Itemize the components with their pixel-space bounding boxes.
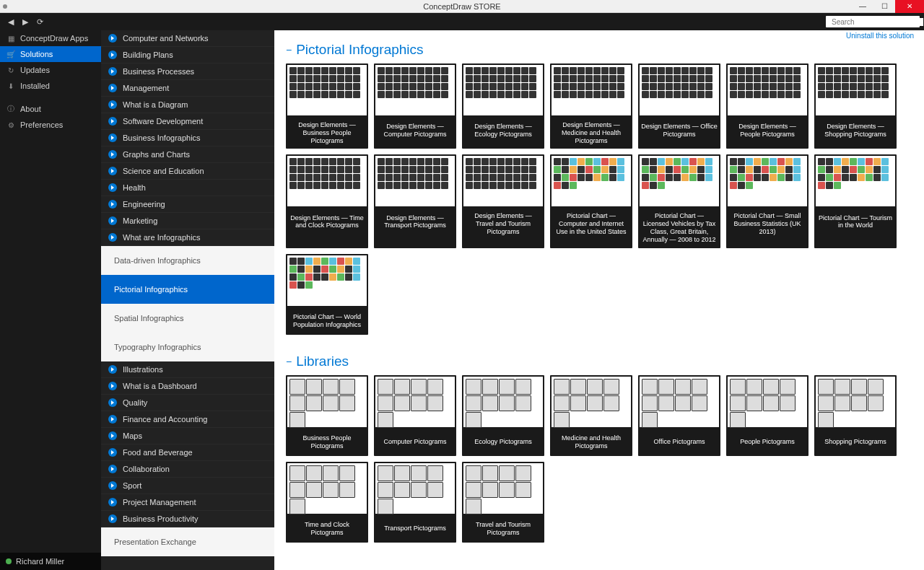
play-icon [108, 514, 117, 523]
subcategory-pictorial-infographics[interactable]: Pictorial Infographics [101, 275, 274, 304]
app-menu-icon[interactable] [3, 4, 7, 9]
section-header-libraries[interactable]: − Libraries [286, 354, 924, 369]
card-label: Business People Pictograms [286, 429, 368, 456]
template-card[interactable]: Pictorial Chart — Licensed Vehicles by T… [638, 154, 720, 247]
subcategory-data-driven-infographics[interactable]: Data-driven Infographics [101, 246, 274, 275]
category-quality[interactable]: Quality [101, 395, 274, 411]
template-card[interactable]: Office Pictograms [638, 375, 720, 456]
template-card[interactable]: Medicine and Health Pictograms [550, 375, 632, 456]
sidebar-item-updates[interactable]: ↻Updates [0, 62, 101, 78]
template-card[interactable]: Business People Pictograms [286, 375, 368, 456]
sidebar-item-preferences[interactable]: ⚙Preferences [0, 117, 101, 133]
subcategory-typography-infographics[interactable]: Typography Infographics [101, 333, 274, 361]
template-card[interactable]: Computer Pictograms [374, 375, 456, 456]
template-card[interactable]: Design Elements — Shopping Pictograms [814, 63, 897, 149]
template-card[interactable]: Design Elements — Office Pictograms [638, 63, 720, 149]
sidebar-item-conceptdraw-apps[interactable]: ▦ConceptDraw Apps [0, 30, 101, 46]
category-what-is-a-dashboard[interactable]: What is a Dashboard [101, 378, 274, 395]
category-maps[interactable]: Maps [101, 428, 274, 444]
category-illustrations[interactable]: Illustrations [101, 361, 274, 378]
play-icon [108, 167, 117, 175]
category-computer-and-networks[interactable]: Computer and Networks [101, 30, 274, 47]
template-card[interactable]: Design Elements — Medicine and Health Pi… [550, 63, 632, 149]
category-business-infographics[interactable]: Business Infographics [101, 130, 274, 146]
template-card[interactable]: Ecology Pictograms [462, 375, 544, 456]
minimize-button[interactable]: — [852, 0, 873, 13]
search-input[interactable] [829, 18, 923, 26]
template-card[interactable]: Pictorial Chart — Computer and Internet … [550, 154, 632, 247]
uninstall-link[interactable]: Uninstall this solution [846, 32, 914, 40]
template-card[interactable]: Design Elements — Time and Clock Pictogr… [286, 154, 368, 247]
search-box[interactable] [826, 16, 920, 27]
template-card[interactable]: People Pictograms [726, 375, 808, 456]
category-project-management[interactable]: Project Management [101, 494, 274, 511]
play-icon [108, 51, 117, 59]
category-finance-and-accounting[interactable]: Finance and Accounting [101, 411, 274, 428]
card-label: Design Elements — Business People Pictog… [286, 117, 368, 149]
thumbnail [816, 156, 895, 206]
template-card[interactable]: Pictorial Chart — World Population Infog… [286, 254, 368, 335]
maximize-button[interactable]: ☐ [873, 0, 895, 13]
thumbnail [640, 65, 719, 115]
card-label: Pictorial Chart — Computer and Internet … [550, 208, 632, 240]
category-health[interactable]: Health [101, 180, 274, 196]
card-label: People Pictograms [726, 429, 808, 456]
thumbnail [728, 156, 807, 206]
card-label: Time and Clock Pictograms [286, 515, 368, 543]
thumbnail [552, 65, 631, 115]
category-science-and-education[interactable]: Science and Education [101, 163, 274, 180]
category-building-plans[interactable]: Building Plans [101, 47, 274, 63]
category-sport[interactable]: Sport [101, 478, 274, 494]
refresh-icon: ↻ [6, 65, 16, 75]
category-management[interactable]: Management [101, 80, 274, 97]
forward-button[interactable]: ▶ [19, 15, 32, 28]
category-what-is-a-diagram[interactable]: What is a Diagram [101, 97, 274, 113]
card-label: Design Elements — Ecology Pictograms [462, 117, 544, 144]
sidebar-item-about[interactable]: ⓘAbout [0, 101, 101, 117]
play-icon [108, 84, 117, 92]
close-button[interactable]: ✕ [895, 0, 924, 13]
sidebar-item-installed[interactable]: ⬇Installed [0, 78, 101, 94]
card-label: Design Elements — Computer Pictograms [374, 117, 456, 144]
category-software-development[interactable]: Software Development [101, 113, 274, 130]
category-food-and-beverage[interactable]: Food and Beverage [101, 444, 274, 461]
category-collaboration[interactable]: Collaboration [101, 461, 274, 478]
section-header-pictorial[interactable]: − Pictorial Infographics [286, 42, 924, 58]
template-card[interactable]: Travel and Tourism Pictograms [462, 462, 544, 543]
play-icon [108, 117, 117, 126]
template-card[interactable]: Design Elements — Business People Pictog… [286, 63, 368, 149]
category-graphs-and-charts[interactable]: Graphs and Charts [101, 146, 274, 163]
template-card[interactable]: Design Elements — Transport Pictograms [374, 154, 456, 247]
template-card[interactable]: Design Elements — Computer Pictograms [374, 63, 456, 149]
reload-button[interactable]: ⟳ [33, 15, 46, 28]
template-card[interactable]: Design Elements — Travel and Tourism Pic… [462, 154, 544, 247]
card-label: Medicine and Health Pictograms [550, 429, 632, 456]
category-business-processes[interactable]: Business Processes [101, 63, 274, 80]
template-card[interactable]: Pictorial Chart — Small Business Statist… [726, 154, 808, 247]
template-card[interactable]: Transport Pictograms [374, 462, 456, 543]
subcategory-presentation-exchange[interactable]: Presentation Exchange [101, 527, 274, 556]
subcategory-spatial-infographics[interactable]: Spatial Infographics [101, 304, 274, 333]
collapse-icon: − [286, 44, 292, 56]
thumbnail [728, 377, 807, 427]
thumbnail [287, 377, 367, 427]
user-status[interactable]: Richard Miller [0, 553, 101, 570]
card-label: Transport Pictograms [374, 515, 456, 543]
template-card[interactable]: Time and Clock Pictograms [286, 462, 368, 543]
thumbnail [728, 65, 807, 115]
category-marketing[interactable]: Marketing [101, 213, 274, 229]
thumbnail [816, 65, 895, 115]
category-engineering[interactable]: Engineering [101, 196, 274, 213]
template-card[interactable]: Design Elements — Ecology Pictograms [462, 63, 544, 149]
template-card[interactable]: Pictorial Chart — Tourism in the World [814, 154, 897, 247]
card-label: Pictorial Chart — Small Business Statist… [726, 208, 808, 240]
template-card[interactable]: Design Elements — People Pictograms [726, 63, 808, 149]
category-business-productivity[interactable]: Business Productivity [101, 511, 274, 527]
category-what-are-infographics[interactable]: What are Infographics [101, 229, 274, 246]
back-button[interactable]: ◀ [4, 15, 17, 28]
thumbnail [287, 463, 367, 514]
sidebar-item-solutions[interactable]: 🛒Solutions [0, 46, 101, 62]
thumbnail [640, 377, 719, 427]
template-card[interactable]: Shopping Pictograms [814, 375, 897, 456]
play-icon [108, 183, 117, 192]
